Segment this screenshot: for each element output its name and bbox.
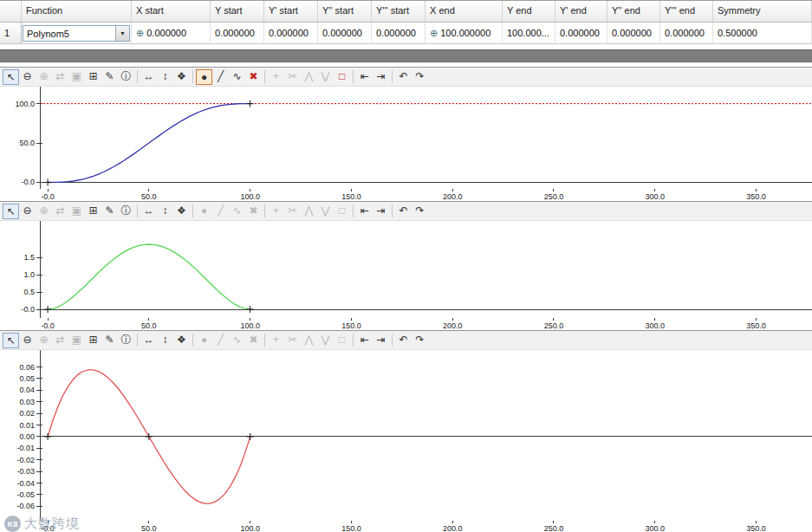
copy-view-icon[interactable]: ▣ — [68, 69, 85, 85]
scale-right-icon[interactable]: ⇥ — [373, 333, 389, 348]
scale-left-icon[interactable]: ⇤ — [356, 333, 373, 348]
stop-icon[interactable]: □ — [334, 69, 350, 85]
delete-segment-icon[interactable]: ✖ — [245, 204, 262, 219]
pan-icon[interactable]: ⇄ — [52, 204, 68, 219]
edit-pencil-icon[interactable]: ✎ — [101, 69, 118, 85]
insert-point-icon[interactable]: ● — [196, 333, 212, 348]
insert-line-icon[interactable]: ╱ — [212, 69, 229, 85]
velocity-plot[interactable]: 1.51.00.5-0.0-0.050.0100.0150.0200.0250.… — [0, 221, 812, 330]
scale-left-icon[interactable]: ⇤ — [356, 69, 373, 85]
function-dropdown[interactable]: Polynom5▼ — [23, 25, 130, 42]
symmetry-cell[interactable]: 0.500000 — [713, 23, 812, 44]
insert-point-icon[interactable]: ● — [196, 69, 212, 85]
x-end-cell[interactable]: ⊕100.000000 — [425, 23, 503, 44]
cut-icon[interactable]: ✂ — [284, 69, 301, 85]
insert-line-icon[interactable]: ╱ — [212, 333, 229, 348]
stop-icon[interactable]: □ — [334, 333, 350, 348]
column-header-yppp-end[interactable]: Y''' end — [660, 1, 713, 23]
row-number-corner[interactable] — [0, 1, 22, 23]
fit-vertical-icon[interactable]: ↕ — [157, 333, 173, 348]
fit-vertical-icon[interactable]: ↕ — [157, 204, 173, 219]
insert-curve-icon[interactable]: ∿ — [229, 204, 245, 219]
ypp-end-cell[interactable]: 0.000000 — [607, 23, 660, 44]
edit-pencil-icon[interactable]: ✎ — [101, 333, 118, 348]
redo-icon[interactable]: ↷ — [412, 69, 428, 85]
flip-down-icon[interactable]: ⋁ — [317, 204, 334, 219]
redo-icon[interactable]: ↷ — [412, 333, 428, 348]
flip-down-icon[interactable]: ⋁ — [317, 69, 334, 85]
flip-up-icon[interactable]: ⋀ — [301, 69, 317, 85]
grid-icon[interactable]: ⊞ — [85, 204, 101, 219]
select-cursor-icon[interactable]: ↖ — [3, 69, 19, 85]
delete-segment-icon[interactable]: ✖ — [245, 69, 262, 85]
position-plot[interactable]: 100.050.0-0.0-0.050.0100.0150.0200.0250.… — [0, 87, 812, 201]
velocity-curve[interactable] — [48, 244, 250, 309]
edit-pencil-icon[interactable]: ✎ — [101, 204, 118, 219]
cut-icon[interactable]: ✂ — [284, 333, 301, 348]
column-header-ypp-end[interactable]: Y'' end — [607, 1, 660, 23]
column-header-yppp-start[interactable]: Y''' start — [372, 1, 425, 23]
undo-icon[interactable]: ↶ — [395, 204, 412, 219]
add-node-icon[interactable]: + — [268, 69, 284, 85]
fit-vertical-icon[interactable]: ↕ — [157, 69, 173, 85]
column-header-ypp-start[interactable]: Y'' start — [318, 1, 372, 23]
column-header-x-end[interactable]: X end — [425, 1, 503, 23]
select-cursor-icon[interactable]: ↖ — [3, 204, 19, 219]
cut-icon[interactable]: ✂ — [284, 204, 301, 219]
copy-view-icon[interactable]: ▣ — [68, 333, 85, 348]
yppp-start-cell[interactable]: 0.000000 — [372, 23, 425, 44]
y-end-cell[interactable]: 100.000... — [503, 23, 555, 44]
ypp-start-cell[interactable]: 0.000000 — [318, 23, 372, 44]
grid-icon[interactable]: ⊞ — [85, 333, 101, 348]
undo-icon[interactable]: ↶ — [395, 333, 412, 348]
delete-segment-icon[interactable]: ✖ — [245, 333, 262, 348]
undo-icon[interactable]: ↶ — [395, 69, 412, 85]
column-header-y-start[interactable]: Y start — [211, 1, 264, 23]
fit-both-icon[interactable]: ❖ — [173, 333, 190, 348]
column-header-yp-end[interactable]: Y' end — [555, 1, 607, 23]
x-start-cell[interactable]: ⊕0.000000 — [132, 23, 211, 44]
dropdown-arrow-icon[interactable]: ▼ — [115, 26, 129, 41]
scale-right-icon[interactable]: ⇥ — [373, 69, 389, 85]
zoom-out-icon[interactable]: ⊖ — [19, 204, 36, 219]
yp-end-cell[interactable]: 0.000000 — [555, 23, 607, 44]
flip-up-icon[interactable]: ⋀ — [301, 333, 317, 348]
insert-curve-icon[interactable]: ∿ — [229, 69, 245, 85]
splitter-bar[interactable] — [0, 49, 812, 62]
insert-point-icon[interactable]: ● — [196, 204, 212, 219]
y-start-cell[interactable]: 0.000000 — [211, 23, 264, 44]
zoom-window-icon[interactable]: ⊕ — [36, 333, 52, 348]
flip-down-icon[interactable]: ⋁ — [317, 333, 334, 348]
fit-horizontal-icon[interactable]: ↔ — [140, 333, 157, 348]
grid-icon[interactable]: ⊞ — [85, 69, 101, 85]
insert-curve-icon[interactable]: ∿ — [229, 333, 245, 348]
copy-view-icon[interactable]: ▣ — [68, 204, 85, 219]
info-icon[interactable]: ⓘ — [118, 69, 134, 85]
yppp-end-cell[interactable]: 0.000000 — [660, 23, 713, 44]
info-icon[interactable]: ⓘ — [118, 204, 134, 219]
fit-both-icon[interactable]: ❖ — [173, 204, 190, 219]
fit-horizontal-icon[interactable]: ↔ — [140, 204, 157, 219]
add-node-icon[interactable]: + — [268, 204, 284, 219]
row-1-header[interactable]: 1 — [0, 23, 22, 44]
select-cursor-icon[interactable]: ↖ — [3, 333, 19, 348]
info-icon[interactable]: ⓘ — [118, 333, 134, 348]
pan-icon[interactable]: ⇄ — [52, 333, 68, 348]
stop-icon[interactable]: □ — [334, 204, 350, 219]
pan-icon[interactable]: ⇄ — [52, 69, 68, 85]
zoom-window-icon[interactable]: ⊕ — [36, 204, 52, 219]
fit-horizontal-icon[interactable]: ↔ — [140, 69, 157, 85]
fit-both-icon[interactable]: ❖ — [173, 69, 190, 85]
column-header-y-end[interactable]: Y end — [503, 1, 555, 23]
column-header-symmetry[interactable]: Symmetry — [713, 1, 812, 23]
zoom-out-icon[interactable]: ⊖ — [19, 333, 36, 348]
zoom-out-icon[interactable]: ⊖ — [19, 69, 36, 85]
redo-icon[interactable]: ↷ — [412, 204, 428, 219]
yp-start-cell[interactable]: 0.000000 — [264, 23, 318, 44]
column-header-function[interactable]: Function — [22, 1, 132, 23]
column-header-yp-start[interactable]: Y' start — [264, 1, 318, 23]
position-curve[interactable] — [48, 104, 250, 183]
zoom-window-icon[interactable]: ⊕ — [36, 69, 52, 85]
acceleration-plot[interactable]: 0.060.050.040.030.020.010.00-0.01-0.02-0… — [0, 350, 812, 532]
flip-up-icon[interactable]: ⋀ — [301, 204, 317, 219]
